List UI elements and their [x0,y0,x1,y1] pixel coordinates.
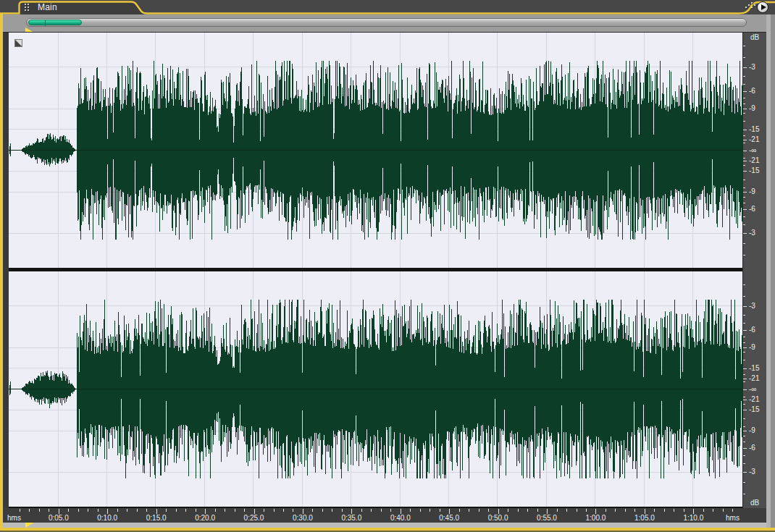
db-label: -∞ [749,386,756,393]
time-minor-tick [459,509,460,512]
time-minor-tick [29,509,30,512]
db-minor-tick [743,436,745,436]
time-major-tick [498,509,499,514]
waveform-channel-right[interactable] [9,271,742,507]
time-minor-tick [98,509,99,512]
time-label: 0:20.0 [195,514,215,522]
db-label: -3 [749,468,755,476]
time-minor-tick [342,509,343,512]
time-label: 0:15.0 [146,514,167,522]
time-minor-tick [586,509,587,512]
time-minor-tick [264,509,264,512]
db-tick [743,209,747,210]
bottom-strip [3,523,766,528]
play-triangle-icon [761,4,766,10]
db-label: -9 [749,188,755,195]
edit-tool-selector-icon[interactable] [14,39,22,47]
time-minor-tick [420,509,421,512]
db-label: -3 [749,64,755,71]
time-label: 0:50.0 [488,514,508,522]
db-label: -21 [749,157,759,164]
time-minor-tick [537,509,538,512]
db-level-ruler[interactable]: -3-3-6-6-9-9-15-15-21-21-∞dB-3-3-6-6-9-9… [742,33,766,508]
db-tick [743,161,747,161]
db-label: -9 [749,105,755,112]
db-tick [743,389,747,390]
time-minor-tick [137,509,138,512]
db-tick [743,151,747,151]
db-tick [743,233,747,234]
db-label: -3 [749,229,755,237]
db-tick [743,379,747,379]
waveform-svg-right [9,271,742,507]
db-label: -21 [749,396,759,403]
time-minor-tick [440,509,440,512]
overview-bar-row [3,14,766,33]
db-minor-tick [743,180,745,180]
time-minor-tick [215,509,216,512]
db-tick [743,347,747,348]
db-minor-tick [743,455,745,456]
db-minor-tick [743,323,745,324]
time-minor-tick [664,509,665,512]
db-minor-tick [743,197,745,198]
db-tick [743,130,747,130]
time-minor-tick [68,509,69,512]
db-minor-tick [743,57,745,58]
db-minor-tick [743,315,745,316]
time-minor-tick [430,509,430,512]
db-tick [743,171,747,172]
db-label: -9 [749,344,755,351]
time-minor-tick [332,509,332,512]
time-minor-tick [654,509,655,512]
tab-list-play-button[interactable] [757,1,768,13]
time-minor-tick [176,509,177,512]
db-minor-tick [743,98,745,98]
time-label: 0:40.0 [390,514,411,522]
right-gutter-outer [771,14,775,528]
waveform-channel-left[interactable] [9,33,742,268]
tab-grip-icon [25,4,30,12]
window-border-left [0,13,3,531]
time-minor-tick [527,509,528,512]
time-minor-tick [283,509,284,512]
time-label: 0:10.0 [97,514,117,522]
time-minor-tick [196,509,196,512]
db-minor-tick [743,224,745,225]
time-minor-tick [78,509,79,512]
time-label: 0:05.0 [49,514,69,522]
time-major-tick [693,509,694,514]
db-minor-tick [743,158,745,159]
time-label: 1:10.0 [683,514,703,522]
time-major-tick [107,509,108,514]
time-minor-tick [703,509,704,512]
db-tick [743,368,747,369]
db-minor-tick [743,243,745,244]
db-tick [743,91,747,92]
thumb-divider [45,20,46,26]
time-minor-tick [606,509,606,512]
time-minor-tick [235,509,235,512]
db-minor-tick [743,104,745,104]
time-minor-tick [312,509,313,512]
time-minor-tick [274,509,275,512]
db-label: -15 [749,167,759,174]
time-major-tick [351,509,352,514]
db-minor-tick [743,216,745,217]
time-minor-tick [371,509,372,512]
time-minor-tick [634,509,635,512]
db-minor-tick [743,143,745,143]
time-ruler[interactable]: 0:05.00:10.00:15.00:20.00:25.00:30.00:35… [3,508,766,523]
tab-main[interactable]: Main [38,2,57,12]
overview-scrollbar-thumb[interactable] [28,20,82,25]
db-label: -9 [749,427,755,434]
time-label: 1:00.0 [585,514,606,522]
overview-scrollbar-track[interactable] [26,18,747,27]
db-minor-tick [743,342,745,343]
time-minor-tick [39,509,40,512]
db-tick [743,400,747,400]
time-minor-tick [566,509,567,512]
time-label: 0:55.0 [537,514,557,522]
db-tick [743,192,747,193]
db-minor-tick [743,296,745,297]
